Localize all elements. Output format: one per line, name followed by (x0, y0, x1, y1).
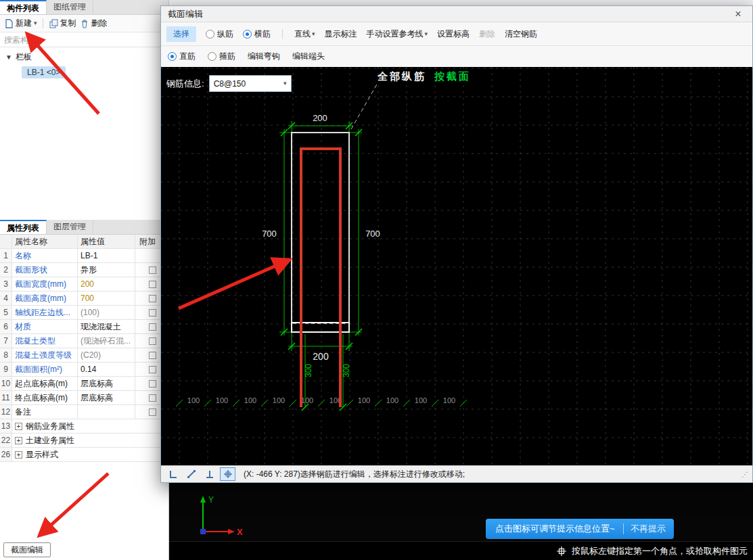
radio-straight-bar[interactable]: 直筋 (168, 51, 196, 62)
property-value[interactable]: 层底标高 (78, 391, 135, 404)
pick-point-icon[interactable] (220, 467, 235, 481)
dialog-titlebar[interactable]: 截面编辑 × (161, 6, 752, 22)
dim-right-text[interactable]: 700 (365, 229, 380, 239)
diagonal-snap-icon[interactable] (183, 467, 199, 481)
property-value[interactable]: 层底标高 (78, 377, 135, 390)
property-value[interactable] (78, 405, 135, 419)
by-section-label[interactable]: 按截面 (434, 70, 471, 83)
tab-component-list[interactable]: 构件列表 (0, 0, 47, 14)
group-cell: + 土建业务属性 (12, 434, 169, 447)
property-value[interactable]: 现浇混凝土 (78, 320, 135, 333)
new-button[interactable]: 新建 ▾ (4, 18, 37, 29)
property-value[interactable]: (100) (78, 306, 135, 319)
left-panel-tabs: 构件列表 图纸管理 (0, 0, 168, 15)
x-axis-arrow-icon (228, 529, 235, 534)
property-value[interactable]: 700 (78, 291, 135, 305)
dim-top-text[interactable]: 200 (313, 113, 327, 123)
line-tool-label: 直线 (294, 28, 311, 40)
section-edit-button[interactable]: 截面编辑 (3, 542, 51, 557)
select-tool-button[interactable]: 选择 (166, 26, 196, 42)
delete-button-label: 删除 (91, 18, 108, 29)
dismiss-tooltip-button[interactable]: 不再提示 (631, 523, 674, 535)
grid-lines (161, 67, 752, 465)
table-row: 7 混凝土类型 (现浇碎石混... (0, 334, 169, 348)
y-axis-label: Y (208, 495, 214, 505)
tab-drawing-management[interactable]: 图纸管理 (47, 0, 93, 14)
radio-transverse-label: 横筋 (254, 28, 271, 40)
tree-item-lb1[interactable]: LB-1 <0> (22, 66, 66, 78)
radio-transverse[interactable]: 横筋 (243, 28, 271, 40)
checkbox[interactable] (149, 380, 156, 388)
property-value[interactable]: 200 (78, 277, 135, 291)
checkbox[interactable] (149, 281, 156, 288)
set-elevation-button[interactable]: 设置标高 (437, 28, 470, 40)
checkbox[interactable] (149, 352, 156, 359)
delete-button[interactable]: 删除 (80, 18, 108, 29)
property-value[interactable]: (C20) (78, 348, 135, 362)
edit-end-button[interactable]: 编辑端头 (292, 51, 325, 62)
property-value[interactable]: LB-1 (78, 249, 135, 262)
table-row: 1 名称 LB-1 (0, 249, 169, 263)
copy-button[interactable]: 复制 (49, 18, 76, 29)
checkbox[interactable] (149, 337, 156, 345)
radio-checked-icon[interactable] (243, 30, 252, 39)
close-icon[interactable]: × (731, 8, 746, 20)
checkbox[interactable] (149, 266, 156, 274)
tooltip-text[interactable]: 点击图标可调节提示信息位置~ (486, 523, 615, 535)
property-value[interactable]: (现浇碎石混... (78, 334, 135, 348)
checkbox[interactable] (149, 394, 156, 402)
row-number: 5 (0, 306, 12, 319)
checkbox[interactable] (149, 323, 156, 331)
expand-icon[interactable]: + (15, 423, 22, 430)
table-row: 4 截面高度(mm) 700 (0, 291, 169, 306)
search-input[interactable] (0, 32, 168, 47)
checkbox[interactable] (149, 309, 156, 317)
chevron-down-icon[interactable]: ▾ (283, 80, 287, 87)
perpendicular-snap-icon[interactable] (202, 467, 217, 481)
resize-grip-icon[interactable]: ⋰ (741, 471, 748, 478)
chevron-down-icon[interactable]: ▾ (312, 31, 315, 37)
x-axis-label: X (237, 527, 243, 537)
tree-group-label: 栏板 (16, 51, 32, 63)
tab-layer-management[interactable]: 图层管理 (47, 220, 93, 234)
chevron-down-icon[interactable]: ▾ (425, 31, 428, 37)
row-number: 26 (0, 448, 12, 461)
property-name: 起点底标高(m) (12, 377, 78, 390)
radio-straight-label: 直筋 (179, 51, 196, 62)
delete-rebar-button[interactable]: 删除 (479, 28, 495, 40)
edit-hook-button[interactable]: 编辑弯钩 (248, 51, 280, 62)
radio-icon[interactable] (208, 52, 216, 61)
section-canvas[interactable]: 100 100 100 100 100 100 100 100 100 100 (161, 67, 752, 465)
tree-collapse-icon[interactable]: ▼ (5, 53, 12, 61)
row-number: 7 (0, 334, 12, 348)
radio-longitudinal[interactable]: 纵筋 (206, 28, 233, 40)
rebar-info-select[interactable]: C8@150 ▾ (209, 75, 292, 92)
radio-checked-icon[interactable] (168, 52, 177, 61)
radio-stirrup[interactable]: 箍筋 (208, 51, 235, 62)
checkbox[interactable] (149, 366, 156, 373)
manual-reference-button[interactable]: 手动设置参考线 ▾ (367, 28, 428, 40)
rebar-info-group: 钢筋信息: C8@150 ▾ (166, 75, 292, 92)
ruler-label: 100 (386, 396, 398, 404)
table-header-row: 属性名称 属性值 附加 (0, 235, 169, 249)
dim-bottom-text[interactable]: 200 (313, 351, 329, 362)
ortho-angle-icon[interactable] (165, 467, 181, 481)
dim-300-right-text[interactable]: 300 (342, 364, 351, 377)
property-name: 备注 (12, 405, 78, 419)
checkbox[interactable] (149, 295, 156, 302)
clear-rebar-button[interactable]: 清空钢筋 (505, 28, 537, 40)
tree-group-lanban[interactable]: ▼ 栏板 (5, 51, 32, 63)
expand-icon[interactable]: + (15, 451, 22, 459)
show-annotation-button[interactable]: 显示标注 (325, 28, 357, 40)
chevron-down-icon[interactable]: ▾ (34, 20, 37, 26)
dim-left-text[interactable]: 700 (262, 229, 277, 239)
tab-property-list[interactable]: 属性列表 (0, 220, 47, 234)
row-number: 4 (0, 291, 12, 305)
radio-icon[interactable] (206, 30, 214, 39)
line-tool-button[interactable]: 直线 ▾ (294, 28, 315, 40)
dim-300-left-text[interactable]: 300 (304, 364, 313, 377)
expand-icon[interactable]: + (15, 437, 22, 444)
property-value[interactable]: 0.14 (78, 363, 135, 376)
checkbox[interactable] (149, 409, 156, 416)
property-value[interactable]: 异形 (78, 263, 135, 277)
